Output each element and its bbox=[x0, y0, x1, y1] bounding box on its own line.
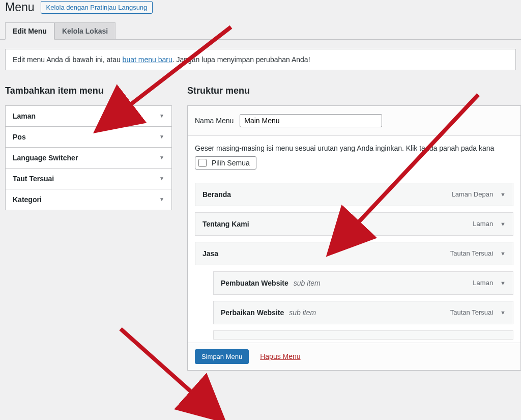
menu-item[interactable]: Tentang KamiLaman▼ bbox=[195, 212, 513, 236]
accordion-pages-label: Laman bbox=[13, 112, 36, 120]
add-items-accordion: Laman ▼ Pos ▼ Language Switcher ▼ Taut T… bbox=[5, 105, 172, 210]
save-menu-button[interactable]: Simpan Menu bbox=[195, 349, 249, 364]
menu-item-sub-label: sub item bbox=[294, 279, 321, 287]
menu-item-title: Jasa bbox=[202, 249, 218, 258]
notice-text-prefix: Edit menu Anda di bawah ini, atau bbox=[13, 55, 123, 64]
menu-item[interactable]: BerandaLaman Depan▼ bbox=[195, 183, 513, 206]
select-all-label: Pilih Semua bbox=[212, 159, 250, 167]
tab-manage-locations[interactable]: Kelola Lokasi bbox=[54, 22, 115, 40]
caret-down-icon: ▼ bbox=[159, 113, 164, 119]
menu-item-title: Tentang Kami bbox=[202, 220, 249, 228]
caret-down-icon: ▼ bbox=[159, 176, 164, 181]
menu-item[interactable]: Perbaikan Websitesub itemTautan Tersuai▼ bbox=[213, 301, 513, 324]
notice-text-suffix: . Jangan lupa menyimpan perubahan Anda! bbox=[172, 55, 310, 64]
menu-item-type: Tautan Tersuai bbox=[450, 309, 493, 316]
accordion-categories-label: Kategori bbox=[13, 195, 42, 204]
menu-item-partial bbox=[213, 330, 513, 340]
caret-down-icon[interactable]: ▼ bbox=[500, 310, 506, 316]
accordion-custom-links[interactable]: Taut Tersuai ▼ bbox=[6, 169, 171, 189]
menu-tabs: Edit Menu Kelola Lokasi bbox=[0, 22, 521, 40]
menu-item[interactable]: JasaTautan Tersuai▼ bbox=[195, 242, 513, 265]
menu-item-title: Perbaikan Website bbox=[221, 309, 284, 317]
menu-item-type: Laman Depan bbox=[451, 190, 493, 198]
add-items-heading: Tambahkan item menu bbox=[5, 86, 172, 96]
accordion-posts-label: Pos bbox=[13, 133, 26, 141]
caret-down-icon[interactable]: ▼ bbox=[500, 250, 506, 257]
menu-item-type: Laman bbox=[473, 279, 493, 287]
structure-instructions: Geser masing-masing isi menu sesuai urut… bbox=[188, 136, 520, 156]
menu-name-input[interactable] bbox=[240, 114, 382, 127]
caret-down-icon: ▼ bbox=[159, 134, 164, 139]
accordion-lang-label: Language Switcher bbox=[13, 154, 78, 162]
delete-menu-link[interactable]: Hapus Menu bbox=[260, 352, 300, 360]
caret-down-icon[interactable]: ▼ bbox=[500, 221, 506, 227]
caret-down-icon[interactable]: ▼ bbox=[500, 191, 506, 198]
menu-item-sub-label: sub item bbox=[289, 309, 316, 317]
accordion-custom-label: Taut Tersuai bbox=[13, 175, 54, 183]
menu-item-type: Tautan Tersuai bbox=[450, 249, 493, 257]
menu-structure-panel: Nama Menu Geser masing-masing isi menu s… bbox=[187, 105, 521, 371]
select-all-control[interactable]: Pilih Semua bbox=[195, 156, 256, 170]
page-title: Menu bbox=[5, 0, 35, 15]
accordion-pages[interactable]: Laman ▼ bbox=[6, 106, 171, 127]
structure-footer: Simpan Menu Hapus Menu bbox=[188, 343, 520, 370]
menu-item-title: Beranda bbox=[202, 190, 231, 199]
structure-heading: Struktur menu bbox=[187, 86, 521, 96]
menu-item[interactable]: Pembuatan Websitesub itemLaman▼ bbox=[213, 271, 513, 295]
accordion-language-switcher[interactable]: Language Switcher ▼ bbox=[6, 148, 171, 169]
caret-down-icon: ▼ bbox=[159, 155, 164, 160]
accordion-posts[interactable]: Pos ▼ bbox=[6, 127, 171, 148]
menu-item-title: Pembuatan Website bbox=[221, 279, 288, 287]
select-all-checkbox[interactable] bbox=[198, 159, 207, 167]
edit-menu-notice: Edit menu Anda di bawah ini, atau buat m… bbox=[5, 49, 516, 70]
manage-live-preview-button[interactable]: Kelola dengan Pratinjau Langsung bbox=[41, 1, 153, 14]
create-new-menu-link[interactable]: buat menu baru bbox=[123, 55, 172, 64]
accordion-categories[interactable]: Kategori ▼ bbox=[6, 189, 171, 210]
tab-edit-menu[interactable]: Edit Menu bbox=[5, 22, 54, 40]
menu-item-type: Laman bbox=[473, 220, 493, 228]
caret-down-icon[interactable]: ▼ bbox=[500, 280, 506, 286]
caret-down-icon: ▼ bbox=[159, 197, 164, 202]
menu-items-list: BerandaLaman Depan▼Tentang KamiLaman▼Jas… bbox=[188, 170, 520, 343]
menu-name-label: Nama Menu bbox=[195, 117, 234, 125]
